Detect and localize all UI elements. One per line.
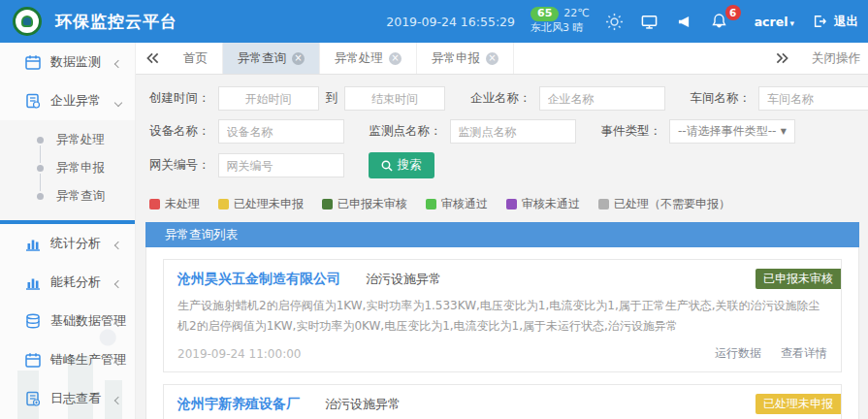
sidebar-item-exception-declare[interactable]: 异常申报 xyxy=(0,154,135,182)
exception-submenu: 异常处理 异常申报 异常查询 xyxy=(0,120,135,220)
legend-label: 已处理未申报 xyxy=(234,196,304,212)
search-button[interactable]: 搜索 xyxy=(369,152,434,178)
sidebar: 数据监测 企业异常 异常处理 异常申报 异常查询 统计分析 能耗分析 基础数据管… xyxy=(0,43,136,419)
sidebar-item-exception-handle[interactable]: 异常处理 xyxy=(0,126,135,154)
exception-query-panel: 异常查询列表 已申报未审核 沧州昊兴五金制造有限公司 治污设施异常 生产设施射蜡… xyxy=(145,222,859,419)
chevron-left-icon xyxy=(114,396,122,403)
close-icon[interactable]: × xyxy=(292,52,305,65)
view-details-link[interactable]: 查看详情 xyxy=(781,345,827,362)
legend-item: 已处理未申报 xyxy=(218,196,304,212)
legend-label: 已处理（不需要申报） xyxy=(614,196,730,212)
header-bar: 环保监控云平台 2019-09-24 16:55:29 65 22℃ 东北风3 … xyxy=(0,0,868,43)
legend-swatch xyxy=(218,199,229,210)
legend-swatch xyxy=(149,199,160,210)
filter-row: 设备名称： 监测点名称： 事件类型： --请选择事件类型-- ▼ xyxy=(149,119,868,144)
sidebar-item-peak-production[interactable]: 错峰生产管理 xyxy=(0,340,135,379)
panel-header: 异常查询列表 xyxy=(145,222,859,247)
tab-bar: 首页 异常查询× 异常处理× 异常申报× 关闭操作 xyxy=(136,43,868,75)
tab-label: 异常申报 xyxy=(432,50,480,67)
sidebar-item-base-data[interactable]: 基础数据管理 xyxy=(0,302,135,340)
point-input[interactable] xyxy=(450,119,576,144)
sidebar-item-log-view[interactable]: 日志查看 xyxy=(0,379,135,418)
chevron-left-icon xyxy=(114,59,122,67)
tab-home[interactable]: 首页 xyxy=(169,43,223,74)
event-type-select[interactable]: --请选择事件类型-- ▼ xyxy=(669,119,795,144)
bar-chart-icon xyxy=(25,274,41,290)
legend-label: 未处理 xyxy=(165,196,200,212)
chevron-down-icon xyxy=(114,98,122,106)
sidebar-item-label: 数据监测 xyxy=(50,53,101,71)
chevron-left-icon xyxy=(114,279,122,287)
panel-title: 异常查询列表 xyxy=(165,227,238,243)
monitor-icon[interactable] xyxy=(640,12,659,31)
event-type-text: 治污设施异常 xyxy=(325,396,401,413)
speaker-icon[interactable] xyxy=(675,12,694,31)
sidebar-item-enterprise-exception[interactable]: 企业异常 xyxy=(0,81,135,120)
bullet-icon xyxy=(37,165,44,172)
logout-label: 退出 xyxy=(834,14,858,30)
legend-item: 已申报未审核 xyxy=(322,196,407,212)
bullet-icon xyxy=(37,193,44,200)
tab-label: 异常处理 xyxy=(335,50,383,67)
sidebar-item-data-monitoring[interactable]: 数据监测 xyxy=(0,43,135,81)
legend-label: 已申报未审核 xyxy=(338,196,407,212)
company-input[interactable] xyxy=(539,86,665,111)
database-icon xyxy=(25,313,41,329)
bar-chart-icon xyxy=(25,236,41,251)
chevron-left-icon xyxy=(114,318,122,326)
close-icon[interactable]: × xyxy=(389,52,402,65)
logout-icon xyxy=(810,12,829,31)
logout-button[interactable]: 退出 xyxy=(810,12,858,31)
temperature: 22℃ xyxy=(563,7,589,21)
legend-swatch xyxy=(426,199,436,210)
tab-exception-declare[interactable]: 异常申报× xyxy=(417,43,514,74)
submenu-label: 异常申报 xyxy=(56,160,105,177)
sidebar-item-label: 统计分析 xyxy=(50,235,101,252)
bullet-icon xyxy=(37,137,44,144)
sidebar-item-label: 能耗分析 xyxy=(50,274,101,291)
sidebar-item-label: 日志查看 xyxy=(50,390,101,407)
document-icon xyxy=(25,93,41,109)
close-icon[interactable]: × xyxy=(486,52,498,65)
device-label: 设备名称： xyxy=(149,123,210,140)
company-link[interactable]: 沧州宇新养殖设备厂 xyxy=(177,396,300,413)
aqi-badge: 65 xyxy=(530,7,559,21)
legend-label: 审核未通过 xyxy=(522,196,580,212)
legend-swatch xyxy=(506,199,517,210)
tab-scroll-right-icon[interactable] xyxy=(765,52,798,64)
notification-badge[interactable]: 6 xyxy=(725,5,741,20)
legend-item: 审核未通过 xyxy=(506,196,580,212)
chevron-left-icon xyxy=(114,241,122,248)
select-caret-icon: ▼ xyxy=(781,127,787,136)
legend-label: 审核通过 xyxy=(441,196,488,212)
event-type-label: 事件类型： xyxy=(601,123,662,140)
chevron-left-icon xyxy=(114,357,122,365)
device-input[interactable] xyxy=(218,119,344,144)
tab-label: 首页 xyxy=(183,50,208,67)
sidebar-item-energy-analysis[interactable]: 能耗分析 xyxy=(0,263,135,302)
end-time-input[interactable] xyxy=(344,86,445,111)
sun-icon xyxy=(605,12,625,31)
start-time-input[interactable] xyxy=(218,86,319,111)
close-operations-button[interactable]: 关闭操作 xyxy=(812,50,868,67)
legend-swatch xyxy=(598,199,609,210)
sidebar-item-exception-query[interactable]: 异常查询 xyxy=(0,182,135,210)
search-icon xyxy=(381,160,393,172)
tab-scroll-left-icon[interactable] xyxy=(136,43,169,74)
log-icon xyxy=(25,391,41,406)
company-link[interactable]: 沧州昊兴五金制造有限公司 xyxy=(177,271,340,288)
workshop-input[interactable] xyxy=(758,86,868,111)
calendar-icon xyxy=(25,54,41,70)
run-data-link[interactable]: 运行数据 xyxy=(715,345,761,362)
status-legend: 未处理 已处理未申报 已申报未审核 审核通过 审核未通过 已处理（不需要申报） xyxy=(136,187,868,222)
tab-exception-query[interactable]: 异常查询× xyxy=(223,43,320,74)
status-badge: 已处理未申报 xyxy=(755,394,841,414)
event-type-text: 治污设施异常 xyxy=(366,271,441,288)
bell-icon[interactable]: 6 xyxy=(710,12,729,31)
user-menu[interactable]: acrel▾ xyxy=(755,15,794,29)
sidebar-item-statistics[interactable]: 统计分析 xyxy=(0,224,135,263)
gateway-input[interactable] xyxy=(218,153,344,177)
item-description: 生产设施射蜡机2的启停阀值为1KW,实时功率为1.533KW,电压变比为1,电流… xyxy=(177,296,827,337)
app-title: 环保监控云平台 xyxy=(55,11,177,33)
tab-exception-handle[interactable]: 异常处理× xyxy=(320,43,417,74)
